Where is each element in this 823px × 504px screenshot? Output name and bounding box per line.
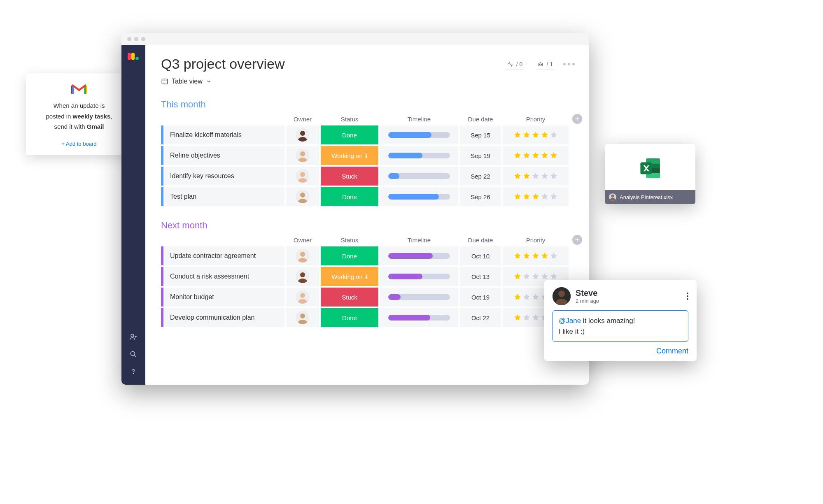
column-header[interactable]: Owner (286, 237, 319, 244)
owner-cell[interactable] (286, 246, 319, 265)
status-cell[interactable]: Done (321, 125, 378, 144)
status-cell[interactable]: Working on it (321, 267, 378, 286)
status-cell[interactable]: Done (321, 187, 378, 206)
owner-cell[interactable] (286, 288, 319, 307)
row-spacer (570, 146, 584, 165)
column-header[interactable]: Due date (460, 116, 501, 123)
mention[interactable]: @Jane (559, 317, 581, 325)
svg-point-31 (558, 290, 565, 297)
app-window: Q3 project overview / 0 / 1 Table view (121, 33, 589, 385)
group: This monthOwnerStatusTimelineDue datePri… (161, 99, 575, 206)
owner-cell[interactable] (286, 187, 319, 206)
timeline-cell[interactable] (380, 167, 458, 186)
column-header[interactable]: Owner (286, 116, 319, 123)
comment-options-menu[interactable] (687, 293, 688, 300)
status-cell[interactable]: Working on it (321, 146, 378, 165)
priority-cell[interactable] (503, 167, 569, 186)
gmail-integration-card: When an update is posted in weekly tasks… (26, 73, 132, 155)
timeline-cell[interactable] (380, 187, 458, 206)
due-date-cell[interactable]: Oct 13 (460, 267, 501, 286)
add-column-button[interactable]: + (572, 114, 582, 124)
status-cell[interactable]: Done (321, 308, 378, 327)
timeline-cell[interactable] (380, 308, 458, 327)
invite-icon[interactable] (129, 333, 138, 341)
timeline-cell[interactable] (380, 267, 458, 286)
priority-cell[interactable] (503, 187, 569, 206)
task-name-cell[interactable]: Test plan (161, 187, 284, 206)
window-close-dot[interactable] (127, 37, 131, 41)
due-date-cell[interactable]: Oct 10 (460, 246, 501, 265)
due-date-cell[interactable]: Sep 15 (460, 125, 501, 144)
priority-cell[interactable] (503, 146, 569, 165)
status-cell[interactable]: Stuck (321, 167, 378, 186)
comment-submit-button[interactable]: Comment (656, 347, 688, 355)
owner-cell[interactable] (286, 167, 319, 186)
group-title[interactable]: Next month (161, 220, 575, 231)
column-headers: OwnerStatusTimelineDue datePriority+ (161, 114, 575, 124)
row-spacer (570, 187, 584, 206)
column-header[interactable]: Priority (503, 116, 569, 123)
monday-logo-icon[interactable] (128, 51, 139, 63)
task-name-cell[interactable]: Refine objectives (161, 146, 284, 165)
column-header[interactable]: Priority (503, 237, 569, 244)
svg-point-8 (300, 131, 305, 136)
priority-cell[interactable] (503, 125, 569, 144)
due-date-cell[interactable]: Sep 22 (460, 167, 501, 186)
owner-cell[interactable] (286, 267, 319, 286)
column-header[interactable]: Due date (460, 237, 501, 244)
column-header[interactable]: Timeline (380, 116, 458, 123)
status-cell[interactable]: Done (321, 246, 378, 265)
search-icon[interactable] (129, 350, 138, 358)
owner-avatar (296, 170, 309, 183)
board-title[interactable]: Q3 project overview (161, 56, 284, 72)
column-header[interactable]: Status (321, 237, 378, 244)
window-max-dot[interactable] (141, 37, 145, 41)
column-header[interactable]: Timeline (380, 237, 458, 244)
group-title[interactable]: This month (161, 99, 575, 110)
due-date-cell[interactable]: Oct 19 (460, 288, 501, 307)
owner-avatar (296, 128, 309, 142)
board-options-menu[interactable] (563, 63, 575, 65)
add-column-button[interactable]: + (572, 235, 582, 245)
view-label: Table view (172, 78, 203, 85)
group: Next monthOwnerStatusTimelineDue datePri… (161, 220, 575, 327)
status-cell[interactable]: Stuck (321, 288, 378, 307)
timeline-cell[interactable] (380, 246, 458, 265)
board-main: Q3 project overview / 0 / 1 Table view (145, 45, 589, 385)
automations-pill[interactable]: / 1 (533, 59, 557, 70)
integrations-pill[interactable]: / 0 (503, 59, 527, 70)
attachment-filename: Analysis Pinterest.xlsx (620, 194, 673, 200)
task-name-cell[interactable]: Develop communication plan (161, 308, 284, 327)
task-name-cell[interactable]: Finalize kickoff materials (161, 125, 284, 144)
column-header[interactable]: Status (321, 116, 378, 123)
excel-icon (638, 156, 662, 180)
timeline-cell[interactable] (380, 288, 458, 307)
due-date-cell[interactable]: Sep 19 (460, 146, 501, 165)
view-switcher[interactable]: Table view (161, 78, 575, 85)
window-min-dot[interactable] (134, 37, 138, 41)
due-date-cell[interactable]: Oct 22 (460, 308, 501, 327)
task-name-cell[interactable]: Conduct a risk assessment (161, 267, 284, 286)
add-to-board-link[interactable]: + Add to board (35, 139, 123, 149)
due-date-cell[interactable]: Sep 26 (460, 187, 501, 206)
owner-cell[interactable] (286, 146, 319, 165)
task-name-cell[interactable]: Update contractor agreement (161, 246, 284, 265)
svg-point-4 (540, 64, 541, 65)
table-row: Refine objectivesWorking on itSep 19 (161, 146, 575, 165)
priority-cell[interactable] (503, 246, 569, 265)
owner-cell[interactable] (286, 125, 319, 144)
help-icon[interactable] (129, 367, 138, 376)
task-name-cell[interactable]: Monitor budget (161, 288, 284, 307)
comment-avatar (553, 287, 571, 305)
table-row: Update contractor agreementDoneOct 10 (161, 246, 575, 265)
timeline-cell[interactable] (380, 146, 458, 165)
chevron-down-icon (206, 79, 212, 84)
owner-cell[interactable] (286, 308, 319, 327)
table-row: Conduct a risk assessmentWorking on itOc… (161, 267, 575, 286)
comment-input[interactable]: @Jane it looks amazing! I like it :) (553, 310, 688, 342)
svg-point-29 (611, 195, 614, 197)
timeline-cell[interactable] (380, 125, 458, 144)
owner-avatar (296, 311, 309, 324)
task-name-cell[interactable]: Identify key resources (161, 167, 284, 186)
excel-attachment-card[interactable]: Analysis Pinterest.xlsx (605, 144, 695, 204)
